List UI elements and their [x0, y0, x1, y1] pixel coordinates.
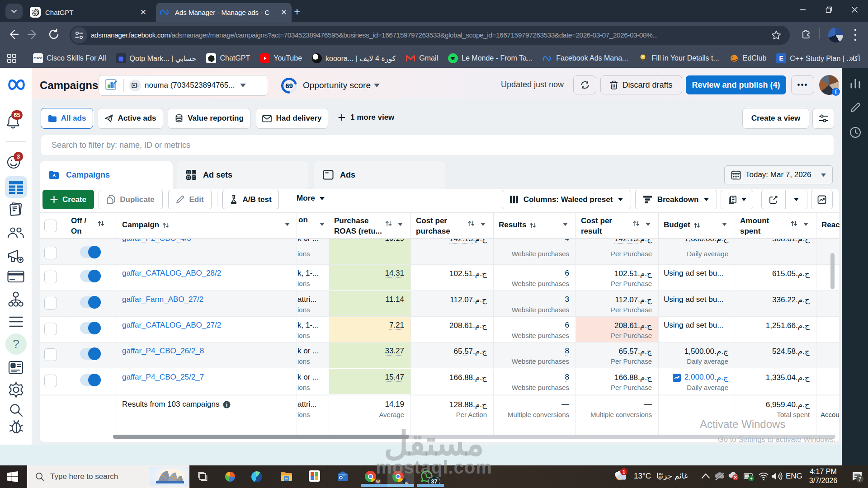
svg-text:69: 69 — [285, 82, 293, 89]
